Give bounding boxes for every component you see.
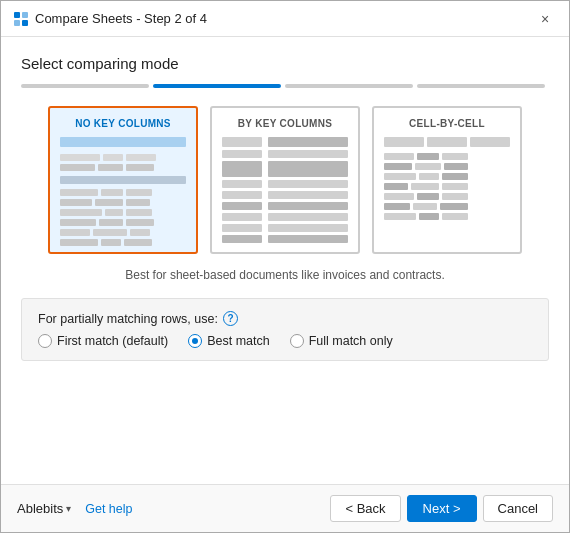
close-button[interactable]: ×: [533, 7, 557, 31]
back-button[interactable]: < Back: [330, 495, 400, 522]
step-3: [285, 84, 413, 88]
svg-rect-3: [22, 20, 28, 26]
cancel-button[interactable]: Cancel: [483, 495, 553, 522]
radio-outer-best-match: [188, 334, 202, 348]
radio-best-match[interactable]: Best match: [188, 334, 270, 348]
partial-match-text: For partially matching rows, use:: [38, 312, 218, 326]
brand-label: Ablebits: [17, 501, 63, 516]
section-title: Select comparing mode: [21, 55, 549, 72]
footer-left: Ablebits ▾ Get help: [17, 501, 133, 516]
preview-by-key-columns: [222, 137, 348, 243]
radio-first-match[interactable]: First match (default): [38, 334, 168, 348]
radio-inner-best-match: [192, 338, 198, 344]
dialog-title: Compare Sheets - Step 2 of 4: [35, 11, 207, 26]
radio-full-match[interactable]: Full match only: [290, 334, 393, 348]
mode-cards: NO KEY COLUMNS: [21, 106, 549, 254]
svg-rect-0: [14, 12, 20, 18]
help-icon[interactable]: ?: [223, 311, 238, 326]
app-icon: [13, 11, 29, 27]
step-1: [21, 84, 149, 88]
radio-outer-full-match: [290, 334, 304, 348]
dialog: Compare Sheets - Step 2 of 4 × Select co…: [0, 0, 570, 533]
title-bar-left: Compare Sheets - Step 2 of 4: [13, 11, 207, 27]
radio-outer-first-match: [38, 334, 52, 348]
svg-rect-2: [14, 20, 20, 26]
radio-label-best-match: Best match: [207, 334, 270, 348]
mode-label-cell-by-cell: CELL-BY-CELL: [384, 118, 510, 129]
mode-label-by-key-columns: BY KEY COLUMNS: [222, 118, 348, 129]
preview-no-key-columns: [60, 137, 186, 246]
mode-card-no-key-columns[interactable]: NO KEY COLUMNS: [48, 106, 198, 254]
step-4: [417, 84, 545, 88]
radio-label-full-match: Full match only: [309, 334, 393, 348]
radio-group-partial-match: First match (default) Best match Full ma…: [38, 334, 532, 348]
step-2: [153, 84, 281, 88]
mode-card-by-key-columns[interactable]: BY KEY COLUMNS: [210, 106, 360, 254]
svg-rect-1: [22, 12, 28, 18]
ablebits-logo[interactable]: Ablebits ▾: [17, 501, 71, 516]
footer-right: < Back Next > Cancel: [330, 495, 553, 522]
step-progress: [21, 84, 549, 88]
content-area: Select comparing mode NO KEY COLUMNS: [1, 37, 569, 484]
next-button[interactable]: Next >: [407, 495, 477, 522]
mode-card-cell-by-cell[interactable]: CELL-BY-CELL: [372, 106, 522, 254]
partial-match-section: For partially matching rows, use: ? Firs…: [21, 298, 549, 361]
mode-label-no-key-columns: NO KEY COLUMNS: [60, 118, 186, 129]
brand-chevron-icon: ▾: [66, 503, 71, 514]
footer: Ablebits ▾ Get help < Back Next > Cancel: [1, 484, 569, 532]
title-bar: Compare Sheets - Step 2 of 4 ×: [1, 1, 569, 37]
radio-label-first-match: First match (default): [57, 334, 168, 348]
get-help-link[interactable]: Get help: [85, 502, 132, 516]
mode-description: Best for sheet-based documents like invo…: [21, 268, 549, 282]
preview-cell-by-cell: [384, 137, 510, 220]
partial-match-label: For partially matching rows, use: ?: [38, 311, 532, 326]
